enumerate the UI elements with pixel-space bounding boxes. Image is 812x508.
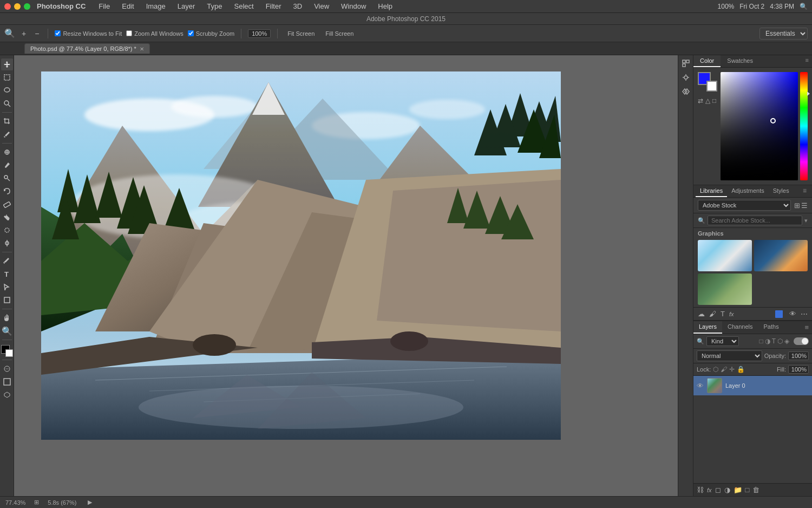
background-color-picker[interactable] bbox=[706, 81, 717, 92]
canvas-wrapper[interactable] bbox=[41, 71, 561, 440]
zoom-all-windows-input[interactable] bbox=[126, 30, 132, 36]
graphic-thumb-3[interactable] bbox=[698, 273, 752, 305]
canvas-area[interactable] bbox=[14, 55, 678, 496]
crop-tool[interactable] bbox=[1, 115, 13, 127]
fill-input[interactable] bbox=[788, 365, 809, 374]
zoom-in-button[interactable]: + bbox=[19, 29, 28, 38]
gradient-background[interactable] bbox=[721, 72, 798, 180]
history-brush-tool[interactable] bbox=[1, 185, 13, 197]
resize-windows-input[interactable] bbox=[55, 30, 61, 36]
menu-select[interactable]: Select bbox=[232, 1, 256, 11]
color-gradient[interactable] bbox=[721, 72, 798, 180]
essentials-dropdown[interactable]: Essentials bbox=[759, 28, 808, 40]
blend-mode-dropdown[interactable]: Normal bbox=[697, 350, 762, 361]
screen-mode-icon[interactable]: ⊞ bbox=[34, 499, 39, 506]
fill-screen-button[interactable]: Fill Screen bbox=[322, 29, 357, 38]
tab-paths[interactable]: Paths bbox=[758, 321, 784, 334]
healing-brush-tool[interactable] bbox=[1, 146, 13, 158]
tab-color[interactable]: Color bbox=[693, 55, 721, 67]
fit-screen-button[interactable]: Fit Screen bbox=[284, 29, 318, 38]
3d-tool[interactable] bbox=[1, 389, 13, 401]
search-icon[interactable]: 🔍 bbox=[800, 3, 808, 10]
menu-view[interactable]: View bbox=[312, 1, 331, 11]
panel-icon-2[interactable] bbox=[680, 71, 692, 83]
color-panel-menu[interactable]: ≡ bbox=[802, 55, 812, 67]
background-color-swatch[interactable] bbox=[5, 349, 13, 357]
brush-tool[interactable] bbox=[1, 159, 13, 171]
layers-filter-toggle[interactable] bbox=[794, 337, 809, 345]
screen-mode-tool[interactable] bbox=[1, 376, 13, 388]
text-tool[interactable]: T bbox=[1, 268, 13, 280]
color-picker-area[interactable] bbox=[721, 72, 808, 180]
lib-icon-cloud[interactable]: ☁ bbox=[698, 310, 705, 318]
scrubby-zoom-checkbox[interactable]: Scrubby Zoom bbox=[188, 30, 235, 37]
list-view-button[interactable]: ☰ bbox=[801, 201, 808, 210]
menu-file[interactable]: File bbox=[96, 1, 112, 11]
zoom-tool[interactable]: 🔍 bbox=[1, 325, 13, 337]
lib-icon-fx[interactable]: fx bbox=[729, 311, 734, 317]
close-tab-icon[interactable]: ✕ bbox=[140, 46, 144, 52]
opacity-input[interactable] bbox=[788, 351, 809, 360]
document-tab[interactable]: Photo.psd @ 77.4% (Layer 0, RGB/8*) * ✕ bbox=[24, 43, 150, 54]
lock-position-icon[interactable]: ✛ bbox=[729, 366, 735, 373]
tab-layers[interactable]: Layers bbox=[693, 321, 722, 334]
paint-bucket-tool[interactable] bbox=[1, 211, 13, 223]
panel-icon-1[interactable] bbox=[680, 57, 692, 69]
zoom-tool-icon[interactable]: 🔍 bbox=[4, 28, 15, 38]
layer-fx-icon[interactable]: fx bbox=[707, 487, 712, 493]
foreground-background-colors[interactable] bbox=[1, 345, 13, 357]
hand-tool[interactable] bbox=[1, 312, 13, 324]
filter-adj-icon[interactable]: ◑ bbox=[765, 337, 770, 345]
hue-slider[interactable] bbox=[800, 72, 808, 180]
menu-layer[interactable]: Layer bbox=[175, 1, 198, 11]
menu-image[interactable]: Image bbox=[144, 1, 168, 11]
resize-windows-checkbox[interactable]: Resize Windows to Fit bbox=[55, 30, 122, 37]
color-box-icon[interactable]: □ bbox=[712, 97, 716, 105]
adobe-stock-dropdown[interactable]: Adobe Stock bbox=[698, 200, 791, 211]
lib-icon-brush[interactable]: 🖌 bbox=[709, 310, 716, 318]
lib-icon-text[interactable]: T bbox=[721, 310, 725, 318]
new-group-icon[interactable]: 📁 bbox=[734, 486, 742, 494]
lib-icon-eye[interactable]: 👁 bbox=[789, 310, 796, 318]
quick-mask-tool[interactable] bbox=[1, 363, 13, 375]
delete-layer-icon[interactable]: 🗑 bbox=[752, 486, 759, 494]
panel-icon-3[interactable] bbox=[680, 86, 692, 97]
blur-tool[interactable] bbox=[1, 224, 13, 236]
tab-styles[interactable]: Styles bbox=[769, 185, 794, 197]
lasso-tool[interactable] bbox=[1, 84, 13, 96]
dodge-tool[interactable] bbox=[1, 237, 13, 249]
zoom-all-windows-checkbox[interactable]: Zoom All Windows bbox=[126, 30, 183, 37]
new-layer-icon[interactable]: □ bbox=[745, 486, 750, 494]
filter-shape-icon[interactable]: ⬡ bbox=[777, 337, 783, 345]
zoom-percentage-input[interactable] bbox=[248, 29, 271, 38]
new-fill-adj-icon[interactable]: ◑ bbox=[724, 486, 730, 494]
zoom-out-button[interactable]: − bbox=[32, 29, 41, 38]
lib-icon-more[interactable]: ⋯ bbox=[801, 310, 808, 318]
lock-all-icon[interactable]: 🔒 bbox=[737, 366, 745, 373]
tab-channels[interactable]: Channels bbox=[722, 321, 758, 334]
layer-visibility-icon[interactable]: 👁 bbox=[697, 382, 704, 390]
menu-help[interactable]: Help bbox=[376, 1, 395, 11]
filter-pixel-icon[interactable]: □ bbox=[759, 337, 763, 345]
swap-colors-icon[interactable]: ⇄ bbox=[698, 97, 703, 105]
graphic-thumb-2[interactable] bbox=[754, 240, 808, 271]
lock-transparency-icon[interactable]: ⬡ bbox=[713, 366, 718, 373]
filter-smart-icon[interactable]: ◈ bbox=[784, 337, 789, 345]
clone-stamp-tool[interactable] bbox=[1, 172, 13, 184]
lock-image-icon[interactable]: 🖌 bbox=[721, 366, 727, 373]
path-select-tool[interactable] bbox=[1, 281, 13, 293]
status-arrow[interactable]: ▶ bbox=[88, 499, 92, 506]
scrubby-zoom-input[interactable] bbox=[188, 30, 194, 36]
add-mask-icon[interactable]: ◻ bbox=[715, 486, 721, 494]
menu-type[interactable]: Type bbox=[205, 1, 224, 11]
link-layers-icon[interactable]: ⛓ bbox=[697, 486, 704, 494]
libraries-panel-menu[interactable]: ≡ bbox=[800, 185, 810, 197]
layer-item[interactable]: 👁 Layer 0 bbox=[693, 376, 812, 395]
layers-filter-dropdown[interactable]: Kind bbox=[706, 336, 739, 346]
menu-filter[interactable]: Filter bbox=[264, 1, 284, 11]
layers-panel-menu-icon[interactable]: ≡ bbox=[801, 321, 812, 334]
tab-adjustments[interactable]: Adjustments bbox=[727, 185, 769, 197]
marquee-tool[interactable] bbox=[1, 71, 13, 83]
tab-libraries[interactable]: Libraries bbox=[696, 185, 727, 197]
menu-edit[interactable]: Edit bbox=[120, 1, 136, 11]
